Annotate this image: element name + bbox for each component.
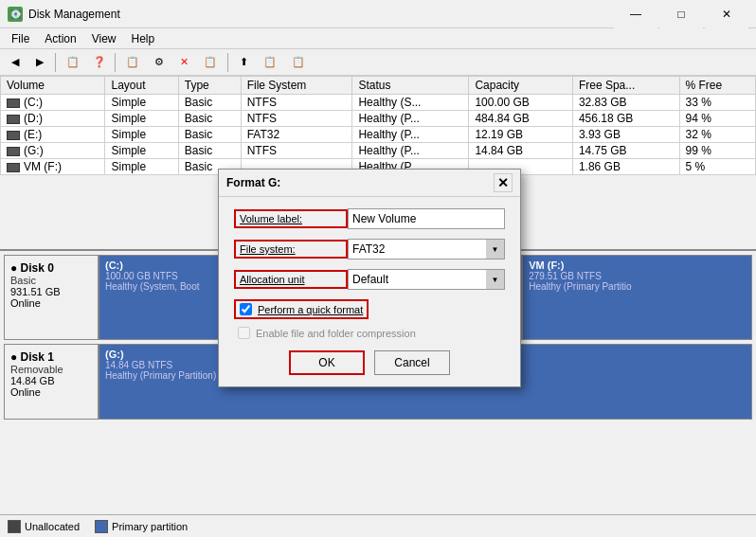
modal-overlay: Format G: ✕ Volume label: File system: F… [0,0,756,537]
dialog-close-button[interactable]: ✕ [494,173,513,192]
file-system-select[interactable]: FAT32 NTFS exFAT [348,239,505,260]
format-dialog: Format G: ✕ Volume label: File system: F… [218,169,521,387]
cancel-button[interactable]: Cancel [374,350,450,375]
dialog-body: Volume label: File system: FAT32 NTFS ex… [219,197,520,386]
volume-label-label: Volume label: [234,209,348,228]
quick-format-checkbox[interactable] [240,303,252,315]
quick-format-row: Perform a quick format [234,299,369,319]
volume-label-input[interactable] [348,208,505,229]
compression-row: Enable file and folder compression [234,327,505,339]
dialog-title: Format G: [226,176,280,189]
dialog-buttons: OK Cancel [234,350,505,375]
allocation-unit-row: Allocation unit Default 512 1024 2048 40… [234,269,505,290]
allocation-unit-label: Allocation unit [234,270,348,289]
allocation-unit-select[interactable]: Default 512 1024 2048 4096 [348,269,505,290]
dialog-titlebar: Format G: ✕ [219,170,520,197]
volume-label-row: Volume label: [234,208,505,229]
compression-label: Enable file and folder compression [256,328,416,339]
compression-checkbox[interactable] [238,327,250,339]
file-system-label: File system: [234,240,348,259]
quick-format-label[interactable]: Perform a quick format [258,304,363,315]
file-system-row: File system: FAT32 NTFS exFAT ▼ [234,239,505,260]
allocation-unit-select-wrapper: Default 512 1024 2048 4096 ▼ [348,269,505,290]
ok-button[interactable]: OK [289,350,365,375]
file-system-select-wrapper: FAT32 NTFS exFAT ▼ [348,239,505,260]
